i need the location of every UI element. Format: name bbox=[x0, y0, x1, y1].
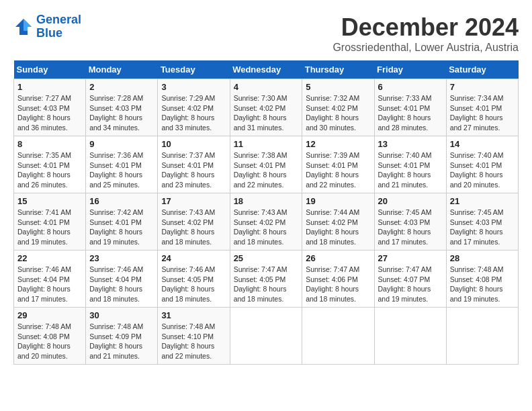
day-number: 4 bbox=[234, 82, 299, 92]
weekday-header-cell: Saturday bbox=[446, 60, 518, 79]
day-number: 24 bbox=[161, 253, 226, 263]
calendar-week-row: 15 Sunrise: 7:41 AMSunset: 4:01 PMDaylig… bbox=[14, 193, 519, 250]
day-number: 18 bbox=[234, 196, 299, 206]
calendar-day-cell: 31 Sunrise: 7:48 AMSunset: 4:10 PMDaylig… bbox=[158, 308, 230, 365]
day-number: 16 bbox=[89, 196, 154, 206]
calendar-day-cell: 30 Sunrise: 7:48 AMSunset: 4:09 PMDaylig… bbox=[86, 308, 158, 365]
calendar-day-cell: 13 Sunrise: 7:40 AMSunset: 4:01 PMDaylig… bbox=[374, 136, 446, 193]
day-detail: Sunrise: 7:29 AMSunset: 4:02 PMDaylight:… bbox=[161, 93, 226, 133]
day-number: 12 bbox=[306, 139, 370, 149]
day-detail: Sunrise: 7:47 AMSunset: 4:05 PMDaylight:… bbox=[234, 265, 299, 304]
logo: General Blue bbox=[13, 13, 81, 40]
day-number: 1 bbox=[17, 82, 82, 92]
title-area: December 2024 Grossriedenthal, Lower Aus… bbox=[332, 13, 519, 54]
day-detail: Sunrise: 7:47 AMSunset: 4:06 PMDaylight:… bbox=[306, 265, 370, 304]
day-detail: Sunrise: 7:48 AMSunset: 4:08 PMDaylight:… bbox=[17, 322, 82, 361]
day-number: 5 bbox=[306, 82, 370, 92]
calendar-day-cell: 2 Sunrise: 7:28 AMSunset: 4:03 PMDayligh… bbox=[86, 79, 158, 136]
calendar-day-cell: 11 Sunrise: 7:38 AMSunset: 4:01 PMDaylig… bbox=[230, 136, 302, 193]
day-detail: Sunrise: 7:32 AMSunset: 4:02 PMDaylight:… bbox=[306, 93, 370, 133]
calendar-day-cell: 12 Sunrise: 7:39 AMSunset: 4:01 PMDaylig… bbox=[302, 136, 374, 193]
day-detail: Sunrise: 7:28 AMSunset: 4:03 PMDaylight:… bbox=[89, 93, 154, 133]
day-number: 11 bbox=[234, 139, 299, 149]
day-number: 27 bbox=[378, 253, 443, 263]
day-detail: Sunrise: 7:45 AMSunset: 4:03 PMDaylight:… bbox=[450, 208, 515, 247]
day-number: 9 bbox=[89, 139, 154, 149]
day-number: 15 bbox=[17, 196, 82, 206]
day-detail: Sunrise: 7:43 AMSunset: 4:02 PMDaylight:… bbox=[234, 208, 299, 247]
day-detail: Sunrise: 7:44 AMSunset: 4:02 PMDaylight:… bbox=[306, 208, 370, 247]
day-number: 28 bbox=[450, 253, 515, 263]
day-detail: Sunrise: 7:48 AMSunset: 4:08 PMDaylight:… bbox=[450, 265, 515, 304]
day-detail: Sunrise: 7:46 AMSunset: 4:04 PMDaylight:… bbox=[89, 265, 154, 304]
weekday-header-cell: Thursday bbox=[302, 60, 374, 79]
day-detail: Sunrise: 7:41 AMSunset: 4:01 PMDaylight:… bbox=[17, 208, 82, 247]
weekday-header: SundayMondayTuesdayWednesdayThursdayFrid… bbox=[14, 60, 519, 79]
calendar-day-cell: 5 Sunrise: 7:32 AMSunset: 4:02 PMDayligh… bbox=[302, 79, 374, 136]
calendar-day-cell: 6 Sunrise: 7:33 AMSunset: 4:01 PMDayligh… bbox=[374, 79, 446, 136]
calendar-day-cell: 27 Sunrise: 7:47 AMSunset: 4:07 PMDaylig… bbox=[374, 250, 446, 308]
day-number: 10 bbox=[161, 139, 226, 149]
calendar-day-cell: 3 Sunrise: 7:29 AMSunset: 4:02 PMDayligh… bbox=[158, 79, 230, 136]
calendar-day-cell bbox=[446, 308, 518, 365]
day-detail: Sunrise: 7:48 AMSunset: 4:09 PMDaylight:… bbox=[89, 322, 154, 361]
calendar-day-cell: 7 Sunrise: 7:34 AMSunset: 4:01 PMDayligh… bbox=[446, 79, 518, 136]
calendar-week-row: 8 Sunrise: 7:35 AMSunset: 4:01 PMDayligh… bbox=[14, 136, 519, 193]
day-detail: Sunrise: 7:45 AMSunset: 4:03 PMDaylight:… bbox=[378, 208, 443, 247]
calendar-day-cell: 19 Sunrise: 7:44 AMSunset: 4:02 PMDaylig… bbox=[302, 193, 374, 250]
day-number: 23 bbox=[89, 253, 154, 263]
calendar-day-cell: 10 Sunrise: 7:37 AMSunset: 4:01 PMDaylig… bbox=[158, 136, 230, 193]
day-number: 7 bbox=[450, 82, 515, 92]
calendar-week-row: 29 Sunrise: 7:48 AMSunset: 4:08 PMDaylig… bbox=[14, 308, 519, 365]
calendar-day-cell: 9 Sunrise: 7:36 AMSunset: 4:01 PMDayligh… bbox=[86, 136, 158, 193]
day-detail: Sunrise: 7:35 AMSunset: 4:01 PMDaylight:… bbox=[17, 150, 82, 190]
calendar-day-cell: 8 Sunrise: 7:35 AMSunset: 4:01 PMDayligh… bbox=[14, 136, 86, 193]
calendar-day-cell: 4 Sunrise: 7:30 AMSunset: 4:02 PMDayligh… bbox=[230, 79, 302, 136]
day-detail: Sunrise: 7:43 AMSunset: 4:02 PMDaylight:… bbox=[161, 208, 226, 247]
day-detail: Sunrise: 7:36 AMSunset: 4:01 PMDaylight:… bbox=[89, 150, 154, 190]
day-detail: Sunrise: 7:38 AMSunset: 4:01 PMDaylight:… bbox=[234, 150, 299, 190]
calendar-day-cell: 20 Sunrise: 7:45 AMSunset: 4:03 PMDaylig… bbox=[374, 193, 446, 250]
day-number: 17 bbox=[161, 196, 226, 206]
calendar-day-cell: 24 Sunrise: 7:46 AMSunset: 4:05 PMDaylig… bbox=[158, 250, 230, 308]
day-number: 26 bbox=[306, 253, 370, 263]
day-number: 13 bbox=[378, 139, 443, 149]
day-number: 25 bbox=[234, 253, 299, 263]
weekday-header-cell: Monday bbox=[86, 60, 158, 79]
day-detail: Sunrise: 7:40 AMSunset: 4:01 PMDaylight:… bbox=[378, 150, 443, 190]
day-detail: Sunrise: 7:33 AMSunset: 4:01 PMDaylight:… bbox=[378, 93, 443, 133]
calendar-day-cell: 23 Sunrise: 7:46 AMSunset: 4:04 PMDaylig… bbox=[86, 250, 158, 308]
day-number: 21 bbox=[450, 196, 515, 206]
logo-text: General Blue bbox=[36, 13, 81, 40]
calendar-day-cell: 16 Sunrise: 7:42 AMSunset: 4:01 PMDaylig… bbox=[86, 193, 158, 250]
day-number: 14 bbox=[450, 139, 515, 149]
calendar-day-cell: 28 Sunrise: 7:48 AMSunset: 4:08 PMDaylig… bbox=[446, 250, 518, 308]
day-number: 6 bbox=[378, 82, 443, 92]
day-detail: Sunrise: 7:48 AMSunset: 4:10 PMDaylight:… bbox=[161, 322, 226, 361]
day-number: 8 bbox=[17, 139, 82, 149]
calendar-day-cell: 1 Sunrise: 7:27 AMSunset: 4:03 PMDayligh… bbox=[14, 79, 86, 136]
calendar-day-cell bbox=[374, 308, 446, 365]
calendar-body: 1 Sunrise: 7:27 AMSunset: 4:03 PMDayligh… bbox=[14, 79, 519, 365]
calendar-day-cell: 29 Sunrise: 7:48 AMSunset: 4:08 PMDaylig… bbox=[14, 308, 86, 365]
calendar-day-cell: 21 Sunrise: 7:45 AMSunset: 4:03 PMDaylig… bbox=[446, 193, 518, 250]
weekday-header-cell: Tuesday bbox=[158, 60, 230, 79]
svg-marker-1 bbox=[24, 19, 32, 31]
day-detail: Sunrise: 7:30 AMSunset: 4:02 PMDaylight:… bbox=[234, 93, 299, 133]
day-detail: Sunrise: 7:39 AMSunset: 4:01 PMDaylight:… bbox=[306, 150, 370, 190]
calendar-day-cell: 18 Sunrise: 7:43 AMSunset: 4:02 PMDaylig… bbox=[230, 193, 302, 250]
calendar-week-row: 1 Sunrise: 7:27 AMSunset: 4:03 PMDayligh… bbox=[14, 79, 519, 136]
day-detail: Sunrise: 7:47 AMSunset: 4:07 PMDaylight:… bbox=[378, 265, 443, 304]
day-detail: Sunrise: 7:40 AMSunset: 4:01 PMDaylight:… bbox=[450, 150, 515, 190]
calendar-day-cell: 22 Sunrise: 7:46 AMSunset: 4:04 PMDaylig… bbox=[14, 250, 86, 308]
day-detail: Sunrise: 7:27 AMSunset: 4:03 PMDaylight:… bbox=[17, 93, 82, 133]
day-number: 30 bbox=[89, 310, 154, 320]
day-number: 2 bbox=[89, 82, 154, 92]
calendar-day-cell: 17 Sunrise: 7:43 AMSunset: 4:02 PMDaylig… bbox=[158, 193, 230, 250]
calendar-week-row: 22 Sunrise: 7:46 AMSunset: 4:04 PMDaylig… bbox=[14, 250, 519, 308]
day-detail: Sunrise: 7:34 AMSunset: 4:01 PMDaylight:… bbox=[450, 93, 515, 133]
calendar-day-cell: 15 Sunrise: 7:41 AMSunset: 4:01 PMDaylig… bbox=[14, 193, 86, 250]
weekday-header-cell: Friday bbox=[374, 60, 446, 79]
location-title: Grossriedenthal, Lower Austria, Austria bbox=[332, 42, 519, 54]
month-title: December 2024 bbox=[332, 13, 519, 42]
